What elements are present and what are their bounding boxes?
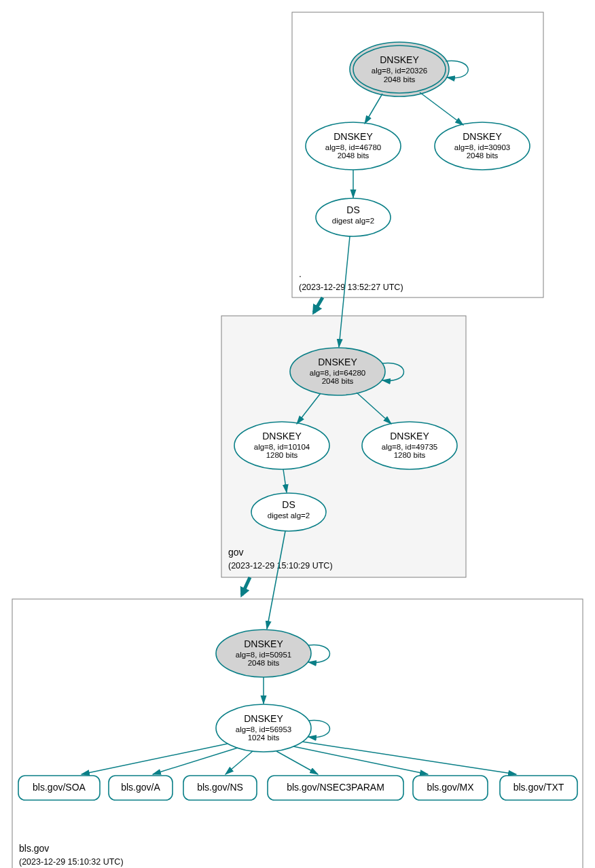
svg-text:alg=8, id=20326: alg=8, id=20326 xyxy=(372,67,428,75)
svg-text:DS: DS xyxy=(346,204,359,215)
zone-blsgov-time: (2023-12-29 15:10:32 UTC) xyxy=(19,857,124,867)
svg-text:DNSKEY: DNSKEY xyxy=(380,54,419,65)
leaf-nsec3param: bls.gov/NSEC3PARAM xyxy=(268,776,403,800)
root-dnskey-left: DNSKEY alg=8, id=46780 2048 bits xyxy=(306,122,401,170)
zone-gov-time: (2023-12-29 15:10:29 UTC) xyxy=(228,561,333,571)
svg-text:bls.gov/TXT: bls.gov/TXT xyxy=(513,782,564,793)
svg-text:DNSKEY: DNSKEY xyxy=(463,131,502,142)
svg-text:alg=8, id=64280: alg=8, id=64280 xyxy=(310,369,366,377)
svg-text:2048 bits: 2048 bits xyxy=(338,151,369,160)
svg-text:bls.gov/SOA: bls.gov/SOA xyxy=(33,782,86,793)
gov-dnskey-left: DNSKEY alg=8, id=10104 1280 bits xyxy=(234,422,329,469)
leaf-a: bls.gov/A xyxy=(109,776,173,800)
leaf-soa: bls.gov/SOA xyxy=(18,776,100,800)
svg-text:digest alg=2: digest alg=2 xyxy=(268,511,310,520)
svg-text:DNSKEY: DNSKEY xyxy=(390,431,429,441)
svg-text:DS: DS xyxy=(282,499,295,510)
svg-text:bls.gov/A: bls.gov/A xyxy=(121,782,160,793)
zone-gov: gov (2023-12-29 15:10:29 UTC) DNSKEY alg… xyxy=(221,316,466,577)
zone-root-label: . xyxy=(299,268,302,279)
svg-text:alg=8, id=49735: alg=8, id=49735 xyxy=(382,443,438,451)
svg-text:DNSKEY: DNSKEY xyxy=(244,638,283,649)
leaf-txt: bls.gov/TXT xyxy=(500,776,577,800)
svg-text:1280 bits: 1280 bits xyxy=(394,451,426,459)
svg-text:2048 bits: 2048 bits xyxy=(384,75,416,84)
svg-text:alg=8, id=56953: alg=8, id=56953 xyxy=(236,725,292,734)
zone-blsgov: bls.gov (2023-12-29 15:10:32 UTC) DNSKEY… xyxy=(12,599,583,868)
root-ds: DS digest alg=2 xyxy=(316,198,391,236)
dnssec-diagram: . (2023-12-29 13:52:27 UTC) DNSKEY alg=8… xyxy=(0,0,595,868)
edge-zone-root-to-gov xyxy=(314,297,323,312)
zone-blsgov-label: bls.gov xyxy=(19,843,49,854)
root-dnskey-right: DNSKEY alg=8, id=30903 2048 bits xyxy=(435,122,530,170)
svg-text:DNSKEY: DNSKEY xyxy=(244,713,283,724)
gov-dnskey-right: DNSKEY alg=8, id=49735 1280 bits xyxy=(362,422,457,469)
svg-text:bls.gov/NSEC3PARAM: bls.gov/NSEC3PARAM xyxy=(287,782,384,793)
svg-text:1280 bits: 1280 bits xyxy=(266,451,298,459)
gov-ds: DS digest alg=2 xyxy=(251,493,326,531)
svg-text:1024 bits: 1024 bits xyxy=(248,734,280,742)
svg-text:alg=8, id=10104: alg=8, id=10104 xyxy=(254,443,310,451)
leaf-ns: bls.gov/NS xyxy=(183,776,257,800)
svg-text:alg=8, id=30903: alg=8, id=30903 xyxy=(454,143,511,151)
zone-root: . (2023-12-29 13:52:27 UTC) DNSKEY alg=8… xyxy=(292,12,543,297)
svg-text:digest alg=2: digest alg=2 xyxy=(332,217,374,225)
svg-text:2048 bits: 2048 bits xyxy=(322,377,354,385)
svg-text:alg=8, id=46780: alg=8, id=46780 xyxy=(325,143,382,151)
zone-gov-label: gov xyxy=(228,547,244,558)
gov-dnskey-top: DNSKEY alg=8, id=64280 2048 bits xyxy=(290,348,385,395)
svg-text:2048 bits: 2048 bits xyxy=(248,659,280,667)
svg-text:DNSKEY: DNSKEY xyxy=(318,357,357,367)
root-dnskey-top: DNSKEY alg=8, id=20326 2048 bits xyxy=(350,42,449,96)
svg-text:bls.gov/NS: bls.gov/NS xyxy=(197,782,243,793)
leaf-mx: bls.gov/MX xyxy=(413,776,488,800)
svg-text:DNSKEY: DNSKEY xyxy=(262,431,302,441)
svg-text:DNSKEY: DNSKEY xyxy=(333,131,373,142)
svg-text:bls.gov/MX: bls.gov/MX xyxy=(427,782,474,793)
svg-text:alg=8, id=50951: alg=8, id=50951 xyxy=(236,651,292,659)
svg-text:2048 bits: 2048 bits xyxy=(467,151,499,160)
blsgov-dnskey-bottom: DNSKEY alg=8, id=56953 1024 bits xyxy=(216,704,311,752)
edge-zone-gov-to-blsgov xyxy=(242,577,250,595)
blsgov-dnskey-top: DNSKEY alg=8, id=50951 2048 bits xyxy=(216,630,311,677)
zone-root-time: (2023-12-29 13:52:27 UTC) xyxy=(299,283,403,292)
